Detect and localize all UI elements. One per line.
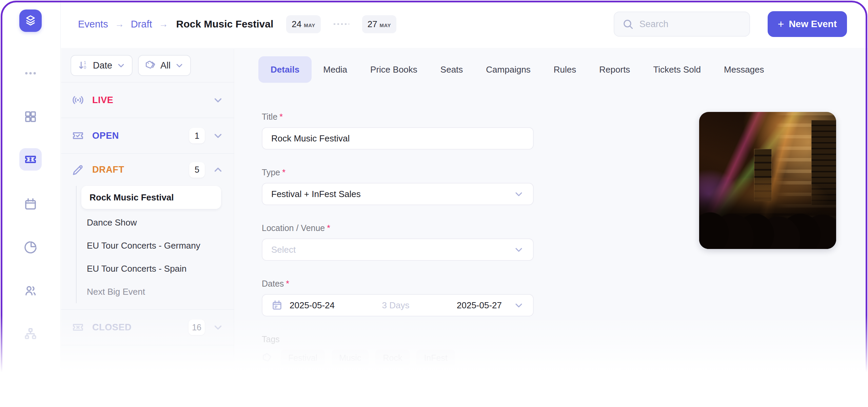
tag-chip-festival[interactable]: Festival [281, 350, 325, 366]
chevron-up-icon[interactable] [212, 164, 224, 176]
title-label: Title* [262, 112, 534, 122]
event-cover-image [699, 112, 836, 249]
start-day: 24 [292, 19, 301, 30]
required-asterisk: * [286, 279, 289, 288]
search-box[interactable] [614, 12, 750, 37]
sidebar-item-dashboard[interactable] [19, 105, 42, 128]
start-date-value: 2025-05-24 [290, 300, 335, 311]
tags-group: Tags Festival Music Rock InFest [262, 334, 534, 366]
tab-details[interactable]: Details [258, 56, 312, 83]
location-select[interactable]: Select [262, 238, 534, 261]
required-asterisk: * [327, 223, 330, 233]
svg-text:0: 0 [84, 65, 86, 70]
sidebar-item-organization[interactable] [19, 323, 42, 345]
tags-label: Tags [262, 334, 534, 344]
app-window: Events → Draft → Rock Music Festival 24 … [0, 0, 868, 407]
users-icon [23, 284, 38, 298]
ticket-check-icon [71, 129, 85, 142]
tab-reports[interactable]: Reports [588, 56, 642, 83]
type-select[interactable]: Festival + InFest Sales [262, 183, 534, 205]
chevron-down-icon[interactable] [212, 130, 224, 141]
sidebar-item-events[interactable] [19, 148, 42, 171]
location-placeholder: Select [271, 245, 296, 255]
section-closed[interactable]: CLOSED 16 [61, 310, 234, 345]
sidebar-item-reports[interactable] [19, 236, 42, 258]
tag-chip-rock[interactable]: Rock [375, 350, 410, 366]
end-day: 27 [368, 19, 377, 30]
breadcrumb-events-link[interactable]: Events [78, 19, 108, 30]
ellipsis-icon [23, 66, 38, 80]
section-draft[interactable]: DRAFT 5 [61, 154, 234, 186]
event-end-date-badge: 27 MAY [362, 15, 396, 33]
type-value: Festival + InFest Sales [271, 189, 361, 199]
section-open[interactable]: OPEN 1 [61, 118, 234, 154]
tab-bar: Details Media Price Books Seats Campaign… [235, 49, 868, 83]
sort-by-date-dropdown[interactable]: 1 0 Date [71, 55, 133, 76]
tags-icon [145, 60, 156, 71]
dates-group: Dates* 2025-05-24 3 Days 2025-05-27 [262, 279, 534, 316]
ticket-icon [23, 152, 38, 167]
event-start-date-badge: 24 MAY [286, 15, 320, 33]
list-item-dance-show[interactable]: Dance Show [77, 211, 234, 234]
breadcrumb-draft-link[interactable]: Draft [131, 19, 152, 30]
draft-events-list: Rock Music Festival Dance Show EU Tour C… [61, 186, 234, 310]
list-item-next-big-event[interactable]: Next Big Event [77, 280, 234, 303]
tag-chip-infest[interactable]: InFest [416, 350, 455, 366]
search-icon [622, 18, 634, 30]
chevron-down-icon [116, 61, 126, 70]
more-menu-button[interactable] [19, 62, 42, 84]
sort-label: Date [93, 60, 112, 71]
sidebar-item-calendar[interactable] [19, 193, 42, 215]
tab-campaigns[interactable]: Campaigns [474, 56, 542, 83]
end-month: MAY [380, 22, 391, 28]
event-form: Title* Type* Festival + InFest Sales [262, 112, 534, 384]
breadcrumb-arrow-icon: → [115, 19, 124, 30]
closed-count-badge: 16 [189, 319, 205, 335]
chevron-down-icon [513, 300, 524, 311]
tab-rules[interactable]: Rules [542, 56, 588, 83]
chevron-down-icon [513, 189, 524, 199]
chevron-down-icon[interactable] [212, 322, 224, 333]
chevron-down-icon [175, 61, 184, 70]
location-label: Location / Venue* [262, 223, 534, 233]
cover-art-crowd-silhouette [699, 178, 836, 249]
list-item-eu-tour-germany[interactable]: EU Tour Concerts - Germany [77, 234, 234, 257]
type-label: Type* [262, 168, 534, 177]
sidebar-item-customers[interactable] [19, 279, 42, 302]
layers-icon [24, 14, 37, 27]
new-event-button[interactable]: + New Event [768, 11, 847, 37]
tag-filter-label: All [160, 60, 171, 71]
tab-messages[interactable]: Messages [712, 56, 776, 83]
icon-sidebar [0, 0, 61, 407]
duration-value: 3 Days [341, 300, 450, 311]
date-range-dots [334, 23, 349, 25]
sort-icon: 1 0 [77, 60, 89, 71]
tags-icon [262, 352, 274, 364]
dates-field[interactable]: 2025-05-24 3 Days 2025-05-27 [262, 294, 534, 316]
tab-tickets-sold[interactable]: Tickets Sold [642, 56, 712, 83]
list-item-eu-tour-spain[interactable]: EU Tour Concerts - Spain [77, 257, 234, 280]
required-asterisk: * [279, 112, 283, 121]
breadcrumb-arrow-icon: → [159, 19, 168, 30]
events-list-panel: 1 0 Date All [61, 49, 234, 407]
svg-text:1: 1 [84, 60, 86, 65]
chevron-down-icon[interactable] [212, 94, 224, 106]
grid-icon [23, 110, 38, 124]
type-group: Type* Festival + InFest Sales [262, 168, 534, 205]
calendar-icon [23, 197, 38, 211]
tag-chip-music[interactable]: Music [332, 350, 369, 366]
tab-price-books[interactable]: Price Books [359, 56, 429, 83]
section-live[interactable]: LIVE [61, 82, 234, 118]
end-date-value: 2025-05-27 [457, 300, 502, 311]
section-open-label: OPEN [92, 131, 119, 141]
tab-media[interactable]: Media [312, 56, 359, 83]
app-logo[interactable] [19, 9, 42, 32]
required-asterisk: * [282, 168, 285, 177]
section-closed-label: CLOSED [92, 322, 132, 333]
tab-seats[interactable]: Seats [429, 56, 475, 83]
tag-filter-dropdown[interactable]: All [138, 55, 191, 76]
search-input[interactable] [639, 19, 742, 30]
draft-count-badge: 5 [189, 162, 205, 178]
title-input[interactable] [271, 133, 524, 144]
list-item-rock-music-festival[interactable]: Rock Music Festival [81, 186, 221, 209]
